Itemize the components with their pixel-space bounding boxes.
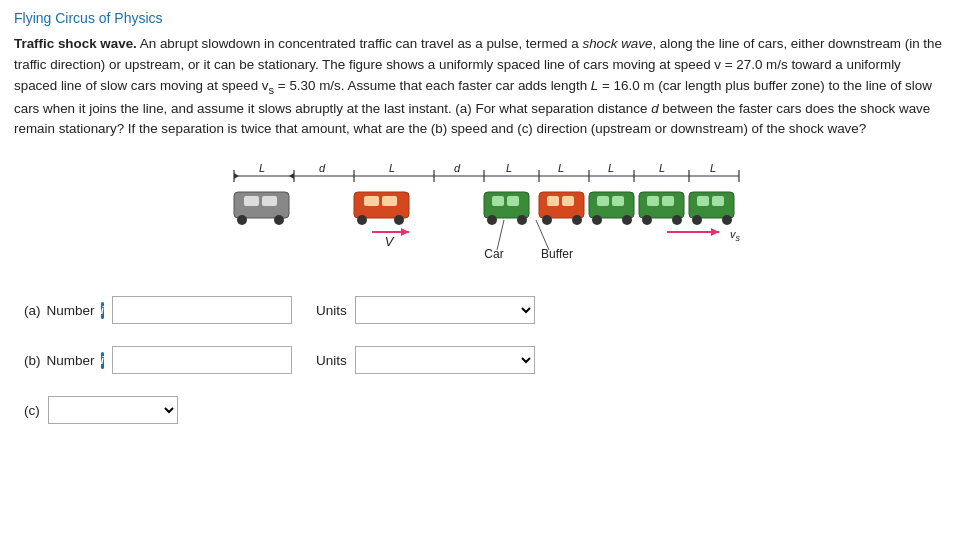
direction-select-c[interactable]: upstream downstream bbox=[48, 396, 178, 424]
number-input-a[interactable] bbox=[112, 296, 292, 324]
problem-text: Traffic shock wave. An abrupt slowdown i… bbox=[14, 34, 943, 140]
svg-text:L: L bbox=[709, 162, 715, 174]
svg-point-46 bbox=[622, 215, 632, 225]
svg-marker-61 bbox=[711, 228, 719, 236]
info-badge-a[interactable]: i bbox=[101, 302, 104, 319]
svg-point-41 bbox=[572, 215, 582, 225]
svg-text:L: L bbox=[557, 162, 563, 174]
svg-point-25 bbox=[237, 215, 247, 225]
svg-rect-38 bbox=[547, 196, 559, 206]
svg-rect-29 bbox=[382, 196, 397, 206]
svg-point-30 bbox=[357, 215, 367, 225]
svg-text:V: V bbox=[384, 234, 394, 249]
answer-row-b: (b) Number i Units m m/s bbox=[24, 346, 943, 374]
svg-rect-53 bbox=[697, 196, 709, 206]
info-badge-b[interactable]: i bbox=[101, 352, 104, 369]
svg-text:L: L bbox=[388, 162, 394, 174]
svg-rect-43 bbox=[597, 196, 609, 206]
svg-rect-47 bbox=[639, 192, 684, 218]
svg-line-64 bbox=[497, 220, 504, 250]
row-label-b: (b) Number i bbox=[24, 352, 104, 369]
part-c-label: (c) bbox=[24, 403, 40, 418]
svg-rect-32 bbox=[484, 192, 529, 218]
svg-text:L: L bbox=[607, 162, 613, 174]
units-select-a[interactable]: m m/s bbox=[355, 296, 535, 324]
problem-intro: Traffic shock wave. bbox=[14, 36, 137, 51]
svg-rect-44 bbox=[612, 196, 624, 206]
units-label-a: Units bbox=[316, 303, 347, 318]
svg-marker-58 bbox=[401, 228, 409, 236]
svg-marker-21 bbox=[289, 173, 294, 179]
svg-rect-24 bbox=[262, 196, 277, 206]
svg-point-50 bbox=[642, 215, 652, 225]
answer-row-c: (c) upstream downstream bbox=[24, 396, 943, 424]
problem-body1: An abrupt slowdown in concentrated traff… bbox=[140, 36, 583, 51]
number-label-a: Number bbox=[47, 303, 95, 318]
svg-rect-52 bbox=[689, 192, 734, 218]
number-label-b: Number bbox=[47, 353, 95, 368]
svg-text:d: d bbox=[453, 162, 460, 174]
svg-point-36 bbox=[517, 215, 527, 225]
svg-point-51 bbox=[672, 215, 682, 225]
diagram: |-- d --> --> | --> L d L d L L L L L bbox=[179, 158, 779, 278]
svg-rect-54 bbox=[712, 196, 724, 206]
svg-text:d: d bbox=[318, 162, 325, 174]
number-input-b[interactable] bbox=[112, 346, 292, 374]
units-label-b: Units bbox=[316, 353, 347, 368]
row-label-a: (a) Number i bbox=[24, 302, 104, 319]
svg-rect-48 bbox=[647, 196, 659, 206]
svg-text:Car: Car bbox=[484, 247, 503, 261]
answer-section: (a) Number i Units m m/s (b) Number i Un… bbox=[14, 296, 943, 424]
svg-point-55 bbox=[692, 215, 702, 225]
svg-rect-42 bbox=[589, 192, 634, 218]
svg-point-45 bbox=[592, 215, 602, 225]
svg-text:L: L bbox=[658, 162, 664, 174]
svg-text:Buffer: Buffer bbox=[541, 247, 573, 261]
part-a-label: (a) bbox=[24, 303, 41, 318]
svg-rect-22 bbox=[234, 192, 289, 218]
svg-rect-28 bbox=[364, 196, 379, 206]
svg-marker-20 bbox=[234, 173, 239, 179]
diagram-svg: |-- d --> --> | --> L d L d L L L L L bbox=[179, 158, 779, 278]
svg-point-40 bbox=[542, 215, 552, 225]
problem-body2: , along the line of cars, either downstr… bbox=[14, 36, 942, 136]
svg-rect-33 bbox=[492, 196, 504, 206]
shock-wave-term: shock wave bbox=[582, 36, 652, 51]
svg-rect-34 bbox=[507, 196, 519, 206]
svg-rect-27 bbox=[354, 192, 409, 218]
svg-point-35 bbox=[487, 215, 497, 225]
svg-rect-39 bbox=[562, 196, 574, 206]
svg-text:L: L bbox=[505, 162, 511, 174]
svg-point-56 bbox=[722, 215, 732, 225]
svg-text:vs: vs bbox=[730, 228, 741, 243]
svg-rect-23 bbox=[244, 196, 259, 206]
page-title[interactable]: Flying Circus of Physics bbox=[14, 10, 163, 26]
svg-point-31 bbox=[394, 215, 404, 225]
svg-point-26 bbox=[274, 215, 284, 225]
units-select-b[interactable]: m m/s bbox=[355, 346, 535, 374]
svg-rect-37 bbox=[539, 192, 584, 218]
svg-text:L: L bbox=[258, 162, 264, 174]
svg-rect-49 bbox=[662, 196, 674, 206]
answer-row-a: (a) Number i Units m m/s bbox=[24, 296, 943, 324]
part-b-label: (b) bbox=[24, 353, 41, 368]
